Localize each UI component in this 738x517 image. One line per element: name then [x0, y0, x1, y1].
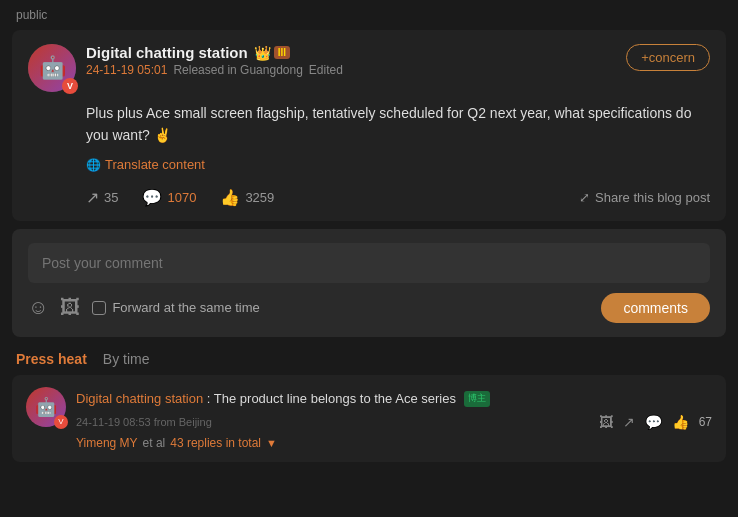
comment-image-icon[interactable]: 🖼 — [599, 414, 613, 430]
comment-share-icon[interactable]: ↗ — [623, 414, 635, 430]
comment-content: The product line belongs to the Ace seri… — [214, 391, 456, 406]
comment-colon: : — [207, 391, 214, 406]
forward-text: Forward at the same time — [112, 300, 259, 315]
like-count: 3259 — [245, 190, 274, 205]
public-label: public — [0, 0, 738, 26]
comment-body: Digital chatting station : The product l… — [76, 387, 712, 451]
reply-arrow-icon[interactable]: ▼ — [266, 437, 277, 449]
comment-item: 🤖 V Digital chatting station : The produ… — [12, 375, 726, 463]
submit-comment-button[interactable]: comments — [601, 293, 710, 323]
crown-icon: 👑 — [254, 45, 271, 61]
comment-count: 1070 — [167, 190, 196, 205]
username-row: Digital chatting station 👑 III — [86, 44, 343, 61]
share-blog-label: Share this blog post — [595, 190, 710, 205]
post-edited: Edited — [309, 63, 343, 77]
sort-tabs: Press heat By time — [0, 343, 738, 371]
reply-suffix: et al — [143, 436, 166, 450]
post-card: 🤖 V Digital chatting station 👑 III 24-11… — [12, 30, 726, 221]
post-text: Plus plus Ace small screen flagship, ten… — [86, 102, 710, 147]
emoji-icon[interactable]: ☺ — [28, 296, 48, 319]
comment-like-count: 67 — [699, 415, 712, 429]
forward-label[interactable]: Forward at the same time — [92, 300, 259, 315]
like-icon: 👍 — [220, 188, 240, 207]
share-count: 35 — [104, 190, 118, 205]
forward-checkbox[interactable] — [92, 301, 106, 315]
post-actions: ↗ 35 💬 1070 👍 3259 ⤢ Share this blog pos… — [28, 188, 710, 207]
comment-meta-row: 24-11-19 08:53 from Beijing 🖼 ↗ 💬 👍 67 — [76, 414, 712, 430]
image-icon[interactable]: 🖼 — [60, 296, 80, 319]
tab-press-heat[interactable]: Press heat — [16, 351, 87, 367]
verified-badge: 博主 — [464, 391, 490, 407]
like-action[interactable]: 👍 3259 — [220, 188, 298, 207]
comment-avatar: 🤖 V — [26, 387, 66, 427]
post-header: 🤖 V Digital chatting station 👑 III 24-11… — [28, 44, 710, 92]
post-meta: 24-11-19 05:01 Released in Guangdong Edi… — [86, 63, 343, 77]
share-icon: ↗ — [86, 188, 99, 207]
username: Digital chatting station — [86, 44, 248, 61]
comment-text-row: Digital chatting station : The product l… — [76, 389, 712, 409]
rank-badge: III — [274, 46, 290, 59]
comment-reply-icon[interactable]: 💬 — [645, 414, 662, 430]
reply-user[interactable]: Yimeng MY — [76, 436, 138, 450]
comment-actions: 🖼 ↗ 💬 👍 67 — [599, 414, 712, 430]
comment-icon: 💬 — [142, 188, 162, 207]
comment-date: 24-11-19 08:53 from Beijing — [76, 416, 212, 428]
comment-avatar-badge: V — [54, 415, 68, 429]
post-location: Released in Guangdong — [173, 63, 302, 77]
translate-link[interactable]: 🌐 Translate content — [86, 155, 205, 176]
share-blog-action[interactable]: ⤢ Share this blog post — [579, 190, 710, 205]
comment-action[interactable]: 💬 1070 — [142, 188, 220, 207]
comment-input[interactable] — [28, 243, 710, 283]
share-blog-icon: ⤢ — [579, 190, 590, 205]
badge-icons: 👑 III — [254, 45, 290, 61]
share-action[interactable]: ↗ 35 — [86, 188, 142, 207]
replies-row: Yimeng MY et al 43 replies in total ▼ — [76, 436, 712, 450]
comment-like-icon[interactable]: 👍 — [672, 414, 689, 430]
post-author-section: 🤖 V Digital chatting station 👑 III 24-11… — [28, 44, 343, 92]
user-info: Digital chatting station 👑 III 24-11-19 … — [86, 44, 343, 77]
tab-by-time[interactable]: By time — [103, 351, 150, 367]
comment-input-area: ☺ 🖼 Forward at the same time comments — [12, 229, 726, 337]
avatar: 🤖 V — [28, 44, 76, 92]
post-content: Plus plus Ace small screen flagship, ten… — [28, 102, 710, 176]
translate-icon: 🌐 — [86, 156, 101, 175]
concern-button[interactable]: +concern — [626, 44, 710, 71]
comment-username[interactable]: Digital chatting station — [76, 391, 203, 406]
translate-label: Translate content — [105, 155, 205, 176]
avatar-v-badge: V — [62, 78, 78, 94]
post-date: 24-11-19 05:01 — [86, 63, 167, 77]
comment-toolbar: ☺ 🖼 Forward at the same time comments — [28, 293, 710, 323]
reply-count[interactable]: 43 replies in total — [170, 436, 261, 450]
